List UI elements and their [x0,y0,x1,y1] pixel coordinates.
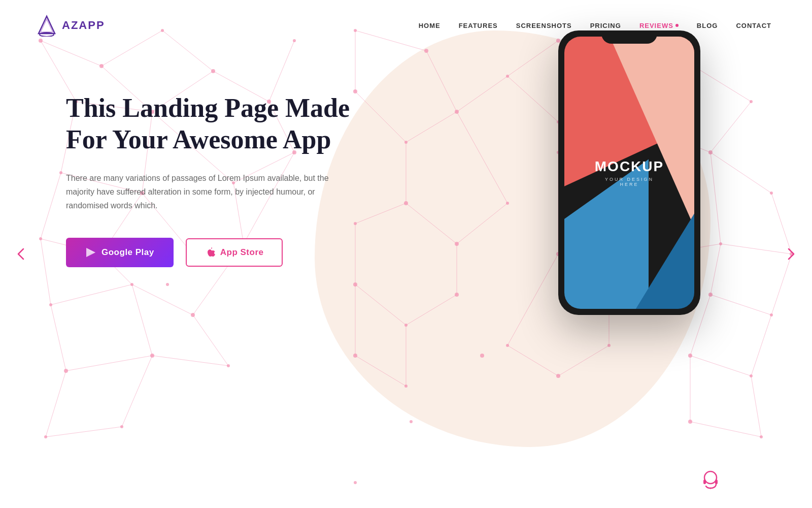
svg-point-162 [710,488,712,489]
hero-description: There are many variations of passages of… [66,171,350,213]
nav-reviews[interactable]: REVIEWS [639,22,673,29]
svg-point-139 [688,354,692,358]
svg-point-99 [64,369,68,373]
svg-point-140 [760,435,763,438]
app-store-button[interactable]: App Store [186,238,283,267]
svg-line-20 [46,427,122,437]
svg-line-34 [152,356,228,366]
headset-icon [700,469,721,490]
svg-line-73 [751,376,761,437]
svg-point-141 [688,420,692,424]
nav-home[interactable]: HOME [419,22,441,29]
prev-arrow[interactable] [12,245,30,263]
logo-text: AZAPP [62,19,105,32]
svg-point-137 [708,293,713,297]
svg-line-14 [51,284,132,305]
screen-content: MOCKUP YOUR DESIGN HERE [564,37,694,309]
svg-point-110 [227,364,230,367]
phone-screen: MOCKUP YOUR DESIGN HERE [564,37,694,309]
screen-mockup-text: MOCKUP YOUR DESIGN HERE [595,158,664,187]
svg-point-151 [354,481,357,484]
nav-features[interactable]: FEATURES [459,22,498,29]
svg-point-101 [44,435,47,438]
logo-icon [36,14,58,37]
phone-frame: MOCKUP YOUR DESIGN HERE [558,30,700,315]
svg-line-70 [751,315,771,376]
svg-point-87 [39,39,43,43]
screen-mockup-title: MOCKUP [595,158,664,175]
svg-point-97 [130,283,133,286]
svg-point-150 [166,283,169,286]
app-store-label: App Store [220,247,264,258]
svg-line-16 [51,305,66,371]
svg-point-153 [410,420,413,423]
hero-title: This Landing Page Made For Your Awesome … [66,92,370,156]
svg-point-100 [150,354,154,358]
apple-icon [205,247,215,258]
svg-line-33 [193,315,228,366]
svg-point-102 [120,425,123,428]
support-icon[interactable] [700,469,721,494]
header: AZAPP HOME FEATURES SCREENSHOTS PRICING … [0,0,812,37]
svg-line-17 [66,356,152,371]
svg-point-98 [49,303,52,306]
logo[interactable]: AZAPP [36,14,105,37]
svg-line-21 [122,356,152,427]
svg-line-68 [710,295,771,315]
svg-line-18 [132,284,152,356]
google-play-label: Google Play [101,247,154,258]
google-play-icon [85,247,96,258]
screen-mockup-subtitle: YOUR DESIGN HERE [595,177,664,187]
nav-contact[interactable]: CONTACT [736,22,771,29]
nav-screenshots[interactable]: SCREENSHOTS [516,22,572,29]
svg-point-159 [704,471,717,484]
svg-point-136 [770,313,773,316]
nav-reviews-dot [675,24,679,27]
google-play-button[interactable]: Google Play [66,238,174,267]
svg-line-32 [132,284,193,315]
phone-mockup: MOCKUP YOUR DESIGN HERE [558,30,700,315]
nav-reviews-wrap[interactable]: REVIEWS [639,22,679,29]
svg-line-71 [690,356,751,376]
nav-pricing[interactable]: PRICING [590,22,621,29]
hero-text: This Landing Page Made For Your Awesome … [66,92,370,267]
cta-buttons: Google Play App Store [66,238,370,267]
svg-point-104 [293,39,296,42]
svg-rect-160 [703,480,706,484]
svg-rect-161 [715,480,718,484]
next-arrow[interactable] [782,245,800,263]
svg-line-74 [690,422,761,437]
svg-point-138 [750,374,753,377]
main-nav: HOME FEATURES SCREENSHOTS PRICING REVIEW… [419,22,771,29]
nav-blog[interactable]: BLOG [697,22,718,29]
svg-point-109 [191,313,195,317]
svg-line-19 [46,371,66,437]
